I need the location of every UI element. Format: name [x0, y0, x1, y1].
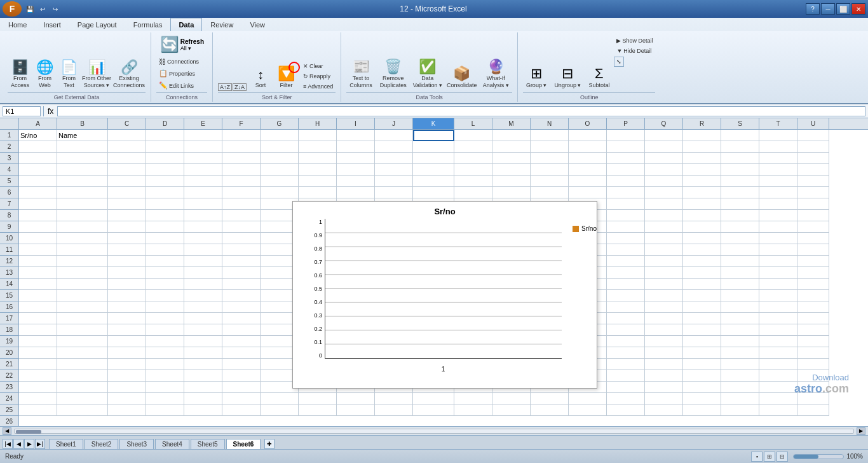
- sheet-tab-1[interactable]: Sheet1: [49, 439, 83, 449]
- reapply-button[interactable]: ↻ Reapply: [301, 72, 336, 81]
- cell-E1[interactable]: [184, 130, 222, 141]
- what-if-analysis-button[interactable]: 🔮 What-IfAnalysis ▾: [480, 57, 512, 91]
- cell-A2[interactable]: [19, 141, 57, 153]
- existing-connections-button[interactable]: 🔗 ExistingConnections: [112, 59, 146, 91]
- col-header-K[interactable]: K: [413, 118, 454, 129]
- normal-view-button[interactable]: ▪: [751, 452, 763, 462]
- cell-C1[interactable]: [108, 130, 146, 141]
- ungroup-button[interactable]: ⊟ Ungroup ▾: [551, 64, 584, 91]
- cell-P1[interactable]: [607, 130, 645, 141]
- tab-next-button[interactable]: ▶: [24, 439, 34, 449]
- tab-insert[interactable]: Insert: [35, 18, 69, 31]
- col-header-E[interactable]: E: [184, 118, 222, 129]
- help-button[interactable]: ?: [806, 3, 820, 15]
- col-header-R[interactable]: R: [683, 118, 721, 129]
- text-to-columns-button[interactable]: 📰 Text toColumns: [346, 57, 376, 91]
- cell-O1[interactable]: [569, 130, 607, 141]
- sheet-tab-5[interactable]: Sheet5: [191, 439, 225, 449]
- cell-T1[interactable]: [759, 130, 797, 141]
- outline-expand-button[interactable]: ⤡: [614, 57, 624, 67]
- connections-button[interactable]: ⛓ Connections: [156, 57, 207, 67]
- save-qa-button[interactable]: 💾: [24, 3, 36, 15]
- from-web-button[interactable]: 🌐 FromWeb: [33, 59, 57, 91]
- insert-sheet-button[interactable]: ✚: [264, 439, 275, 449]
- sort-button[interactable]: ↕️ Sort: [249, 66, 272, 91]
- show-detail-button[interactable]: ▶ Show Detail: [614, 36, 655, 45]
- col-header-O[interactable]: O: [569, 118, 607, 129]
- sheet-tab-4[interactable]: Sheet4: [155, 439, 189, 449]
- cell-N1[interactable]: [531, 130, 569, 141]
- hide-detail-button[interactable]: ▼ Hide Detail: [614, 46, 655, 55]
- tab-data[interactable]: Data: [170, 18, 202, 31]
- remove-duplicates-button[interactable]: 🗑️ RemoveDuplicates: [377, 57, 410, 91]
- advanced-button[interactable]: ≡ Advanced: [301, 82, 336, 91]
- col-header-M[interactable]: M: [492, 118, 531, 129]
- cell-A1[interactable]: Sr/no: [19, 130, 57, 141]
- col-header-S[interactable]: S: [721, 118, 759, 129]
- cell-F1[interactable]: [222, 130, 261, 141]
- col-header-P[interactable]: P: [607, 118, 645, 129]
- sheet-tab-2[interactable]: Sheet2: [85, 439, 119, 449]
- edit-links-button[interactable]: ✏️ Edit Links: [156, 80, 207, 91]
- scroll-left-button[interactable]: ◀: [3, 427, 11, 435]
- cell-K1[interactable]: [413, 130, 454, 141]
- restore-button[interactable]: ⬜: [836, 3, 850, 15]
- col-header-C[interactable]: C: [108, 118, 146, 129]
- col-header-H[interactable]: H: [299, 118, 337, 129]
- col-header-N[interactable]: N: [531, 118, 569, 129]
- tab-last-button[interactable]: ▶|: [35, 439, 45, 449]
- from-access-button[interactable]: 🗄️ FromAccess: [8, 59, 32, 91]
- from-other-sources-button[interactable]: 📊 From OtherSources ▾: [81, 59, 112, 91]
- cell-S1[interactable]: [721, 130, 759, 141]
- col-header-I[interactable]: I: [337, 118, 375, 129]
- tab-home[interactable]: Home: [0, 18, 35, 31]
- tab-prev-button[interactable]: ◀: [13, 439, 24, 449]
- col-header-B[interactable]: B: [57, 118, 108, 129]
- redo-qa-button[interactable]: ↪: [50, 3, 61, 15]
- col-header-J[interactable]: J: [375, 118, 413, 129]
- scroll-right-button[interactable]: ▶: [857, 427, 865, 435]
- undo-qa-button[interactable]: ↩: [37, 3, 48, 15]
- tab-view[interactable]: View: [241, 18, 273, 31]
- close-button[interactable]: ✕: [851, 3, 865, 15]
- page-layout-view-button[interactable]: ⊞: [764, 452, 775, 462]
- refresh-all-button[interactable]: 🔄 Refresh All ▾: [156, 34, 207, 55]
- cell-reference-box[interactable]: [3, 106, 41, 116]
- formula-input[interactable]: [57, 106, 865, 116]
- office-button[interactable]: F: [3, 1, 22, 17]
- col-header-F[interactable]: F: [222, 118, 261, 129]
- properties-button[interactable]: 📋 Properties: [156, 68, 207, 79]
- cell-L1[interactable]: [454, 130, 492, 141]
- cell-D1[interactable]: [146, 130, 184, 141]
- cell-U1[interactable]: [797, 130, 829, 141]
- col-header-T[interactable]: T: [759, 118, 797, 129]
- col-header-G[interactable]: G: [261, 118, 299, 129]
- cell-M1[interactable]: [492, 130, 531, 141]
- cell-H1[interactable]: [299, 130, 337, 141]
- col-header-A[interactable]: A: [19, 118, 57, 129]
- cell-G1[interactable]: [261, 130, 299, 141]
- data-validation-button[interactable]: ✅ DataValidation ▾: [411, 57, 444, 91]
- cell-I1[interactable]: [337, 130, 375, 141]
- scroll-thumb[interactable]: [16, 430, 41, 434]
- cell-R1[interactable]: [683, 130, 721, 141]
- group-button[interactable]: ⊞ Group ▾: [523, 64, 550, 91]
- cell-B1[interactable]: Name: [57, 130, 108, 141]
- tab-first-button[interactable]: |◀: [3, 439, 13, 449]
- consolidate-button[interactable]: 📦 Consolidate: [445, 64, 478, 91]
- tab-formulas[interactable]: Formulas: [125, 18, 171, 31]
- cell-J1[interactable]: [375, 130, 413, 141]
- filter-button[interactable]: 🔽 Filter: [275, 64, 298, 91]
- clear-button[interactable]: ✕ Clear: [301, 62, 336, 71]
- tab-page-layout[interactable]: Page Layout: [69, 18, 125, 31]
- page-break-view-button[interactable]: ⊟: [776, 452, 788, 462]
- col-header-D[interactable]: D: [146, 118, 184, 129]
- scroll-track[interactable]: [14, 429, 854, 434]
- col-header-Q[interactable]: Q: [645, 118, 683, 129]
- sheet-tab-3[interactable]: Sheet3: [119, 439, 154, 449]
- col-header-U[interactable]: U: [797, 118, 829, 129]
- subtotal-button[interactable]: Σ Subtotal: [585, 64, 613, 91]
- col-header-L[interactable]: L: [454, 118, 492, 129]
- sheet-tab-6[interactable]: Sheet6: [226, 439, 261, 449]
- cell-Q1[interactable]: [645, 130, 683, 141]
